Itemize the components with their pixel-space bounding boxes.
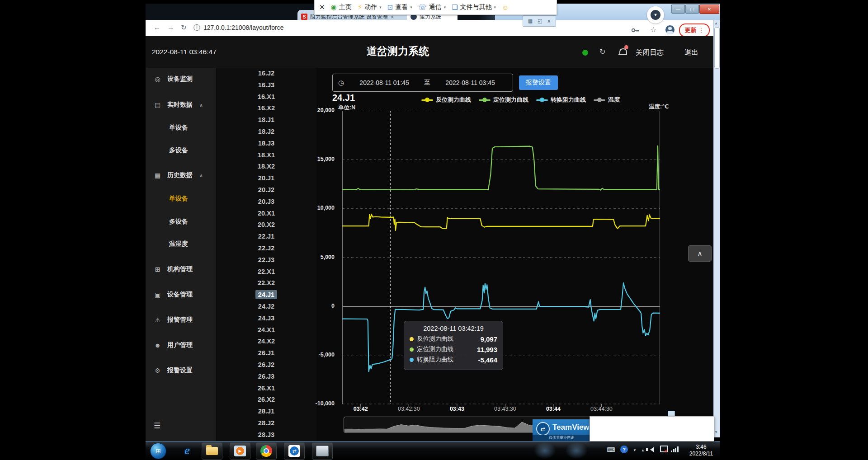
tray-expand-icon[interactable]: ▼ [633, 448, 637, 452]
date-range-picker[interactable]: ◷ 2022-08-11 01:45 至 2022-08-11 03:45 [332, 74, 513, 92]
sidebar-item-org-manage[interactable]: ⊞机构管理 [154, 264, 193, 275]
sidebar-item-device-monitor[interactable]: ◎设备监测 [154, 74, 193, 84]
device-list-item[interactable]: 26.X1 [216, 383, 316, 394]
profile-avatar[interactable] [665, 25, 675, 34]
maximize-button[interactable]: ▢ [685, 5, 699, 14]
close-log-button[interactable]: 关闭日志 [636, 48, 664, 57]
taskbar-mediaplayer-icon[interactable]: ▶ [230, 442, 250, 460]
device-label[interactable]: 24.J1 [255, 290, 277, 299]
device-list-item[interactable]: 20.J2 [216, 184, 316, 196]
file-transfer-notification[interactable] [590, 416, 714, 441]
device-list-item[interactable]: 26.J3 [216, 371, 316, 383]
minimize-button[interactable]: — [671, 5, 685, 14]
sidebar-item-alarm-setting[interactable]: ⚙报警设置 [154, 365, 193, 376]
device-label[interactable]: 22.X2 [255, 278, 278, 287]
device-label[interactable]: 20.X2 [255, 220, 278, 229]
teamviewer-window[interactable]: ⇄ TeamViewer 仅供非商业用途 [533, 419, 590, 441]
device-label[interactable]: 22.J2 [255, 244, 277, 253]
device-label[interactable]: 20.J3 [255, 197, 277, 206]
legend-item[interactable]: 温度 [594, 96, 620, 104]
scrollbar-down-icon[interactable]: ▼ [714, 430, 718, 434]
device-label[interactable]: 26.X2 [255, 395, 278, 404]
sidebar-item-device-manage[interactable]: ▣设备管理 [154, 289, 193, 300]
device-list-item[interactable]: 18.X1 [216, 150, 316, 161]
taskbar-clock[interactable]: 3:46 2022/8/11 [685, 444, 717, 457]
key-icon[interactable] [631, 26, 639, 36]
taskbar-chrome-icon[interactable] [256, 442, 277, 460]
legend-item[interactable]: 反位测力曲线 [421, 96, 471, 104]
device-label[interactable]: 18.J2 [255, 127, 277, 136]
chrome-update-button[interactable]: 更新 ⋮ [679, 23, 710, 37]
device-label[interactable]: 28.J2 [255, 418, 277, 427]
sidebar-item-realtime-data[interactable]: ▤实时数据∧ [154, 99, 203, 110]
device-list-item[interactable]: 24.J2 [216, 301, 316, 313]
reload-icon[interactable]: ↻ [181, 23, 187, 32]
device-label[interactable]: 26.J1 [255, 348, 277, 357]
device-list-item[interactable]: 26.X2 [216, 394, 316, 406]
device-label[interactable]: 24.J3 [255, 314, 277, 323]
taskbar-ie-icon[interactable]: e [177, 442, 197, 459]
scrollbar-up-icon[interactable]: ▲ [714, 21, 718, 25]
device-label[interactable]: 16.J3 [255, 80, 277, 89]
refresh-icon[interactable]: ↻ [599, 47, 605, 56]
device-label[interactable]: 28.J3 [255, 430, 277, 439]
device-list-item[interactable]: 22.J1 [216, 231, 316, 243]
device-label[interactable]: 22.J1 [255, 232, 277, 241]
device-label[interactable]: 16.X1 [255, 92, 278, 101]
url-text[interactable]: 127.0.0.1:21008/layout/force [203, 24, 283, 31]
info-icon[interactable]: ⓘ [193, 23, 200, 32]
collapse-icon[interactable]: ∧ [547, 18, 551, 24]
device-list-item[interactable]: 18.J2 [216, 126, 316, 138]
sidebar-item-alarm-manage[interactable]: ⚠报警管理 [154, 314, 193, 325]
device-label[interactable]: 24.X1 [255, 325, 278, 334]
browser-scrollbar-track[interactable] [713, 20, 720, 437]
device-list-item[interactable]: 16.J2 [216, 68, 316, 80]
sidebar-item-user-manage[interactable]: ☻用户管理 [154, 340, 193, 351]
tv-toolbar-home[interactable]: ◉主页 [331, 3, 352, 11]
tray-speaker-icon[interactable] [650, 447, 654, 452]
tv-toolbar-close[interactable]: ✕ [319, 3, 325, 11]
device-list-item[interactable]: 20.X2 [216, 219, 316, 231]
taskbar-teamviewer-icon[interactable]: ⇄ [284, 442, 305, 460]
range-end-value[interactable]: 2022-08-11 03:45 [436, 79, 504, 86]
sidebar-item-realtime-single[interactable]: 单设备 [169, 122, 188, 133]
tv-toolbar-communicate[interactable]: ☏通信▾ [418, 3, 446, 11]
tray-show-hidden-icon[interactable]: ▲ [641, 448, 645, 452]
device-label[interactable]: 16.J2 [255, 69, 277, 78]
tv-toolbar-view[interactable]: ⊡查看▾ [387, 3, 412, 11]
logout-button[interactable]: 退出 [684, 48, 698, 57]
scroll-to-top-button[interactable]: ∧ [688, 245, 712, 262]
start-button[interactable]: ⊞ [150, 443, 166, 459]
sidebar-item-history-single[interactable]: 单设备 [169, 193, 188, 204]
device-list-item[interactable]: 28.J2 [216, 418, 316, 429]
device-label[interactable]: 22.X1 [255, 267, 278, 276]
record-bubble[interactable]: ▼ [647, 6, 664, 23]
device-label[interactable]: 18.J3 [255, 139, 277, 148]
sidebar-item-history-data[interactable]: ▦历史数据∧ [154, 170, 203, 181]
device-label[interactable]: 16.X2 [255, 103, 278, 113]
device-label[interactable]: 24.J2 [255, 302, 277, 311]
device-list-item[interactable]: 28.J3 [216, 429, 316, 441]
forward-icon[interactable]: → [167, 23, 174, 31]
device-label[interactable]: 18.X1 [255, 150, 278, 160]
device-list-item[interactable]: 18.J1 [216, 114, 316, 126]
legend-item[interactable]: 转换阻力曲线 [536, 96, 586, 104]
device-list-item[interactable]: 24.J1 [216, 289, 316, 301]
menu-kebab-icon[interactable]: ⋮ [698, 27, 704, 34]
sidebar-item-history-multi[interactable]: 多设备 [169, 216, 188, 227]
taskbar-explorer-icon[interactable] [202, 442, 222, 460]
device-label[interactable]: 20.J1 [255, 174, 277, 183]
device-list-item[interactable]: 24.X1 [216, 324, 316, 336]
expand-icon[interactable]: ◱ [538, 18, 542, 24]
device-list-item[interactable]: 18.J3 [216, 138, 316, 150]
device-list-item[interactable]: 16.J3 [216, 80, 316, 91]
device-list-item[interactable]: 26.J1 [216, 347, 316, 359]
device-label[interactable]: 24.X2 [255, 337, 278, 346]
device-list-item[interactable]: 20.J1 [216, 173, 316, 184]
device-list-item[interactable]: 22.X1 [216, 266, 316, 278]
tray-signal-icon[interactable] [671, 446, 679, 452]
device-list-item[interactable]: 16.X1 [216, 91, 316, 103]
bookmark-star-icon[interactable]: ☆ [650, 25, 656, 34]
sidebar-collapse-icon[interactable]: ☰ [154, 421, 160, 431]
sidebar-item-realtime-multi[interactable]: 多设备 [169, 145, 188, 156]
